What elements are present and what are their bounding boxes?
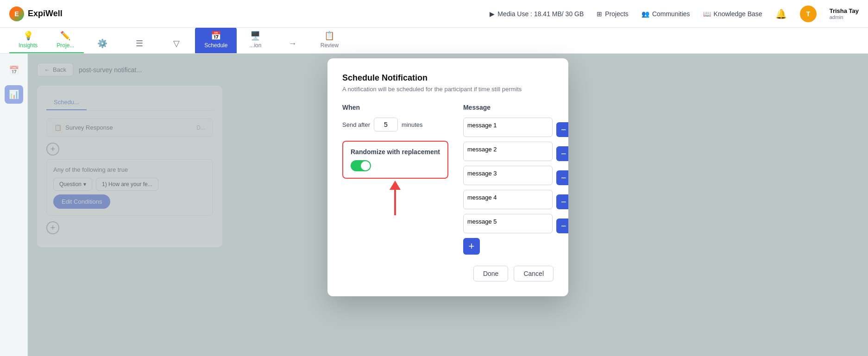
- remove-message-4-button[interactable]: −: [556, 194, 568, 209]
- user-name: Trisha Tay: [830, 7, 859, 14]
- page-area: ← Back post-survey notificat... Schedu..…: [28, 54, 868, 356]
- remove-message-3-button[interactable]: −: [556, 170, 568, 185]
- publication-icon: 🖥️: [250, 31, 260, 41]
- modal-overlay: Schedule Notification A notification wil…: [28, 54, 868, 356]
- projects-tab-icon: ✏️: [60, 31, 70, 41]
- filter-icon: ▽: [173, 38, 180, 49]
- sidebar-item-calendar[interactable]: 📅: [5, 61, 23, 80]
- main-content: 📅 📊 ← Back post-survey notificat... Sche…: [0, 54, 868, 356]
- top-navigation: E ExpiWell ▶ Media Use : 18.41 MB/ 30 GB…: [0, 0, 868, 28]
- randomize-with-replacement-box: Randomize with replacement: [342, 141, 448, 179]
- communities-nav[interactable]: 👥 Communities: [642, 10, 690, 18]
- tab-schedule-label: Schedule: [204, 42, 227, 49]
- schedule-notification-modal: Schedule Notification A notification wil…: [327, 58, 568, 296]
- notification-bell-icon[interactable]: 🔔: [775, 8, 787, 19]
- book-icon: 📖: [703, 10, 711, 18]
- toggle-container: [351, 160, 440, 171]
- tab-publication[interactable]: 🖥️ ...ion: [237, 27, 274, 53]
- remove-message-5-button[interactable]: −: [556, 219, 568, 233]
- arrow-line: [394, 190, 396, 215]
- avatar[interactable]: T: [800, 6, 817, 22]
- user-info: Trisha Tay admin: [830, 7, 859, 20]
- calendar-icon: 📅: [9, 65, 19, 75]
- knowledge-base-nav[interactable]: 📖 Knowledge Base: [703, 10, 762, 18]
- nav-right: ▶ Media Use : 18.41 MB/ 30 GB ⊞ Projects…: [490, 6, 859, 22]
- remove-message-2-button[interactable]: −: [556, 146, 568, 161]
- chart-icon: 📊: [9, 89, 19, 100]
- modal-columns: When Send after minutes Randomize with r…: [342, 104, 554, 255]
- minutes-input[interactable]: [374, 118, 398, 131]
- settings-icon: ⚙️: [97, 38, 107, 49]
- logo[interactable]: E ExpiWell: [9, 6, 63, 21]
- tab-insights-label: Insights: [19, 42, 38, 49]
- modal-right-col: Message message 1 − message 2 −: [463, 104, 568, 255]
- modal-title: Schedule Notification: [342, 73, 554, 83]
- add-message-button[interactable]: +: [463, 238, 480, 255]
- randomize-label: Randomize with replacement: [351, 148, 440, 156]
- tab-list[interactable]: ☰: [121, 35, 158, 53]
- done-button[interactable]: Done: [473, 266, 508, 281]
- list-icon: ☰: [136, 38, 143, 49]
- when-section-label: When: [342, 104, 448, 111]
- message-row-1: message 1 −: [463, 118, 568, 137]
- projects-nav[interactable]: ⊞ Projects: [597, 10, 629, 18]
- send-after-label: Send after: [342, 121, 370, 128]
- remove-message-1-button[interactable]: −: [556, 122, 568, 137]
- toggle-knob: [361, 161, 370, 170]
- review-icon: 📋: [324, 31, 334, 41]
- tab-settings[interactable]: ⚙️: [84, 35, 121, 53]
- message-input-1[interactable]: message 1: [463, 118, 553, 137]
- send-after-row: Send after minutes: [342, 118, 448, 131]
- modal-left-col: When Send after minutes Randomize with r…: [342, 104, 448, 255]
- tab-projects-label: Proje...: [57, 42, 74, 49]
- communities-label: Communities: [652, 10, 690, 18]
- logo-icon: E: [9, 6, 24, 21]
- message-input-4[interactable]: message 4: [463, 190, 553, 209]
- grid-icon: ⊞: [597, 10, 602, 18]
- media-use: ▶ Media Use : 18.41 MB/ 30 GB: [490, 10, 584, 18]
- play-icon: ▶: [490, 10, 495, 18]
- knowledge-base-label: Knowledge Base: [714, 10, 762, 18]
- insights-icon: 💡: [23, 31, 33, 41]
- message-row-5: message 5 −: [463, 214, 568, 233]
- message-input-3[interactable]: message 3: [463, 166, 553, 185]
- tab-insights[interactable]: 💡 Insights: [9, 27, 47, 53]
- sidebar: 📅 📊: [0, 54, 28, 356]
- avatar-initials: T: [806, 10, 810, 18]
- modal-footer: Done Cancel: [342, 266, 554, 281]
- user-role: admin: [830, 14, 859, 20]
- tab-review[interactable]: 📋 Review: [311, 27, 348, 53]
- arrow-icon: →: [288, 39, 296, 49]
- tab-arrow[interactable]: →: [274, 35, 311, 53]
- projects-label: Projects: [605, 10, 629, 18]
- tab-publication-label: ...ion: [249, 42, 261, 49]
- arrow-head-icon: [390, 181, 401, 190]
- randomize-toggle[interactable]: [351, 160, 371, 171]
- message-section-label: Message: [463, 104, 568, 111]
- tab-schedule[interactable]: 📅 Schedule: [195, 27, 237, 53]
- arrow-annotation: [342, 181, 448, 215]
- modal-subtitle: A notification will be scheduled for the…: [342, 86, 554, 93]
- cancel-button[interactable]: Cancel: [514, 266, 554, 281]
- tab-filter[interactable]: ▽: [158, 35, 195, 53]
- tab-navigation: 💡 Insights ✏️ Proje... ⚙️ ☰ ▽ 📅 Schedule…: [0, 28, 868, 54]
- message-input-2[interactable]: message 2: [463, 142, 553, 161]
- media-use-label: Media Use : 18.41 MB/ 30 GB: [497, 10, 584, 18]
- sidebar-item-chart[interactable]: 📊: [5, 85, 23, 104]
- message-row-2: message 2 −: [463, 142, 568, 161]
- schedule-icon: 📅: [211, 31, 221, 41]
- minutes-label: minutes: [402, 121, 423, 128]
- app-name: ExpiWell: [28, 9, 63, 19]
- tab-projects[interactable]: ✏️ Proje...: [47, 27, 84, 53]
- message-input-5[interactable]: message 5: [463, 214, 553, 233]
- people-icon: 👥: [642, 10, 649, 18]
- message-row-3: message 3 −: [463, 166, 568, 185]
- message-row-4: message 4 −: [463, 190, 568, 209]
- tab-review-label: Review: [321, 42, 339, 49]
